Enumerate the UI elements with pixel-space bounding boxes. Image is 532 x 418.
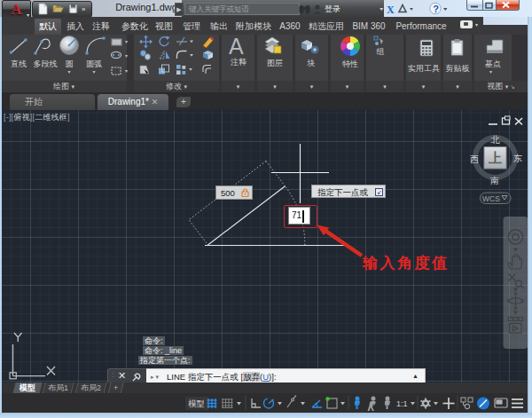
svg-text:▾: ▾ — [125, 53, 128, 59]
svg-text:模型: 模型 — [188, 398, 205, 408]
svg-text:上: 上 — [488, 150, 502, 165]
svg-text:东: 东 — [513, 154, 522, 163]
svg-text:南: 南 — [490, 176, 499, 185]
svg-text:西: 西 — [470, 154, 479, 164]
svg-text:WCS: WCS — [482, 194, 500, 203]
svg-text:▾: ▾ — [125, 39, 128, 44]
svg-text:?: ? — [433, 4, 439, 14]
svg-text:1:1: 1:1 — [396, 399, 408, 408]
svg-text:A: A — [229, 35, 244, 59]
svg-text:▾: ▾ — [125, 68, 128, 74]
svg-text:»: » — [82, 5, 86, 13]
svg-text:北: 北 — [491, 135, 501, 145]
svg-text:X: X — [387, 4, 395, 16]
